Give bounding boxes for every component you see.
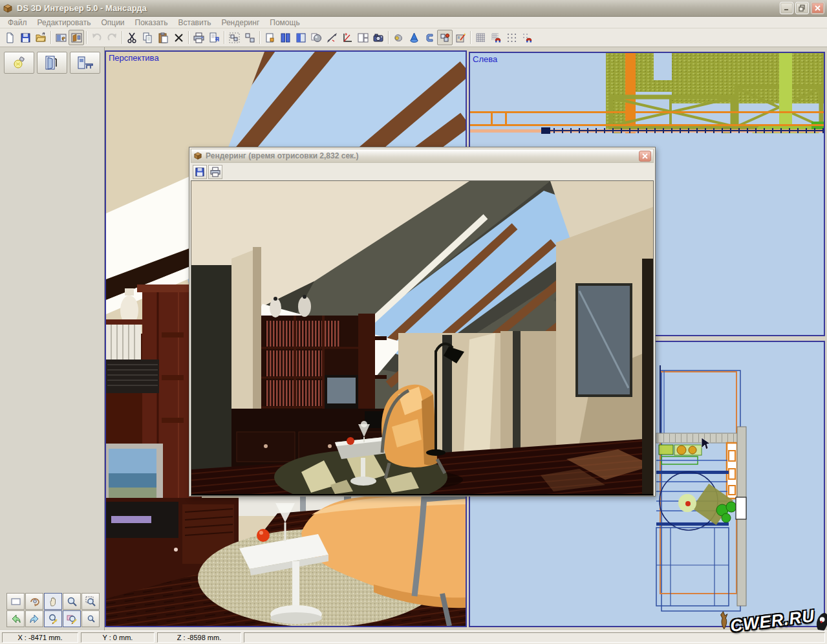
dialog-toolbar	[189, 163, 655, 180]
redo-button[interactable]	[104, 30, 120, 45]
menu-options[interactable]: Опции	[96, 18, 129, 27]
grid-icon	[475, 32, 486, 43]
redo-icon	[107, 32, 118, 43]
close-button[interactable]	[811, 2, 824, 14]
split-view-button[interactable]	[293, 30, 308, 45]
status-bar: X : -8471 mm. Y : 0 mm. Z : -8598 mm.	[0, 630, 827, 644]
restore-button[interactable]	[795, 2, 809, 14]
menu-show[interactable]: Показать	[130, 18, 173, 27]
menu-file[interactable]: Файл	[3, 18, 32, 27]
paste-button[interactable]	[155, 30, 171, 45]
print-icon	[193, 32, 204, 43]
title-bar[interactable]: DS 3D Интерьер 5.0 - Мансарда	[0, 0, 827, 17]
menu-bar: Файл Редактировать Опции Показать Встави…	[0, 17, 827, 28]
split-vertical-button[interactable]	[277, 30, 293, 45]
new-button[interactable]	[2, 30, 17, 45]
zoom-out-button[interactable]	[81, 610, 100, 627]
dialog-close-button[interactable]	[639, 151, 651, 162]
room-editor-icon	[455, 32, 466, 43]
undo-button[interactable]	[89, 30, 104, 45]
left-sidebar	[0, 47, 105, 630]
cut-icon	[127, 32, 138, 43]
render-dialog[interactable]: Рендеринг (время отрисовки 2,832 сек.)	[189, 147, 656, 497]
print-list-button[interactable]	[206, 30, 222, 45]
grid-snap-button[interactable]	[488, 30, 504, 45]
viewport-perspective-label: Перспектива	[109, 53, 159, 63]
toolbar-separator	[186, 30, 191, 45]
delete-button[interactable]	[171, 30, 186, 45]
axes-button[interactable]	[339, 30, 355, 45]
select-rect-button[interactable]	[6, 593, 25, 610]
profile-button[interactable]	[422, 30, 437, 45]
magnifier-window-icon	[85, 596, 96, 607]
menu-help[interactable]: Помощь	[264, 18, 305, 27]
object-library-button[interactable]	[437, 30, 453, 45]
zoom-window-button[interactable]	[81, 593, 100, 610]
menu-render[interactable]: Рендеринг	[216, 18, 264, 27]
new-document-icon	[5, 32, 16, 43]
furniture-button[interactable]	[70, 52, 100, 74]
save-button[interactable]	[17, 30, 33, 45]
view-forward-button[interactable]	[25, 610, 43, 627]
zoom-in-region-button[interactable]	[44, 610, 62, 627]
ungroup-icon	[244, 32, 255, 43]
close-icon	[814, 5, 821, 12]
render-button[interactable]	[308, 30, 324, 45]
view-room-icon	[71, 32, 82, 43]
print-button[interactable]	[191, 30, 206, 45]
status-z: Z : -8598 mm.	[157, 632, 241, 643]
pan-hand-icon	[48, 596, 59, 607]
measure-button[interactable]	[324, 30, 339, 45]
material-icon	[393, 32, 404, 43]
room-editor-button[interactable]	[453, 30, 468, 45]
measure-icon	[327, 32, 338, 43]
window-layout-button[interactable]	[355, 30, 371, 45]
menu-insert[interactable]: Вставить	[173, 18, 217, 27]
magnifier-icon	[67, 596, 78, 607]
camera-icon	[373, 32, 384, 43]
toolbar-separator	[48, 30, 53, 45]
viewport-left-label: Слева	[473, 54, 497, 64]
zoom-button[interactable]	[63, 593, 81, 610]
dot-grid-icon	[506, 32, 517, 43]
view-3d-button[interactable]	[53, 30, 69, 45]
copy-button[interactable]	[140, 30, 155, 45]
view-room-button[interactable]	[69, 30, 84, 45]
group-button[interactable]	[226, 30, 242, 45]
grid-button[interactable]	[473, 30, 488, 45]
primitive-cone-button[interactable]	[406, 30, 422, 45]
rooms-button[interactable]	[37, 52, 67, 74]
menu-edit[interactable]: Редактировать	[32, 18, 96, 27]
status-y: Y : 0 mm.	[81, 632, 155, 643]
zoom-selection-button[interactable]	[63, 610, 81, 627]
view-3d-icon	[56, 32, 67, 43]
dot-grid-button[interactable]	[504, 30, 519, 45]
camera-button[interactable]	[371, 30, 386, 45]
toolbar-separator	[120, 30, 124, 45]
dialog-title-bar[interactable]: Рендеринг (время отрисовки 2,832 сек.)	[191, 149, 654, 163]
forward-arrow-icon	[29, 614, 40, 625]
orbit-button[interactable]	[25, 593, 43, 610]
room-door-icon	[44, 55, 61, 70]
dot-grid-snap-button[interactable]	[519, 30, 535, 45]
ungroup-button[interactable]	[242, 30, 257, 45]
axes-icon	[342, 32, 353, 43]
view-back-button[interactable]	[6, 610, 25, 627]
pan-button[interactable]	[44, 593, 62, 610]
dialog-save-button[interactable]	[193, 165, 207, 179]
toolbar-separator	[386, 30, 391, 45]
furniture-icon	[77, 55, 94, 70]
material-button[interactable]	[391, 30, 406, 45]
open-button[interactable]	[33, 30, 48, 45]
dialog-print-button[interactable]	[208, 165, 222, 179]
watermark-cat-icon	[815, 605, 827, 637]
toolbar-separator	[468, 30, 473, 45]
select-rect-icon	[10, 596, 21, 607]
light-sources-button[interactable]	[4, 52, 34, 74]
small-magnifier-icon	[85, 614, 96, 625]
split-view-icon	[295, 32, 306, 43]
minimize-button[interactable]	[780, 2, 793, 14]
main-toolbar	[0, 28, 827, 47]
duplicate-button[interactable]	[262, 30, 277, 45]
cut-button[interactable]	[124, 30, 140, 45]
